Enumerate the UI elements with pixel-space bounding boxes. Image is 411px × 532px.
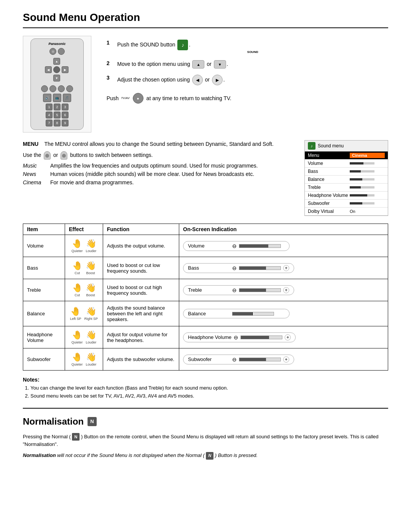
table-row-bass: Bass 🤚 Cut 👋 Boost Used to boost or cut … — [23, 257, 388, 279]
remote-row-3: 🔊 📺 🎵 — [43, 94, 71, 102]
normalisation-inline-icon-2: N — [206, 452, 213, 460]
subwoofer-bar-track — [350, 202, 374, 204]
balance-bar — [350, 178, 380, 181]
label-boost-treble: Boost — [86, 293, 95, 297]
label-quieter-sub: Quieter — [72, 363, 83, 366]
menu-row-item-menu: Menu — [308, 153, 350, 158]
dpad-left: ◀ — [45, 66, 52, 73]
remote-btn-d — [66, 85, 73, 92]
effect-btn-right-sp: 👋 Right SP — [84, 307, 98, 321]
remote-num-6: 6 — [62, 112, 68, 118]
treble-bar — [350, 186, 380, 189]
dpad-down: ▼ — [53, 75, 60, 81]
normalisation-para1: Pressing the Normal ( N ) Button on the … — [23, 433, 388, 449]
normalisation-title-text: Normalisation — [23, 416, 84, 427]
menu-row-val-volume — [350, 162, 385, 165]
ind-bar-track-volume — [239, 244, 281, 248]
ind-minus-bass: ⊖ — [232, 265, 237, 271]
menu-row-val-treble — [350, 186, 385, 189]
label-left-sp: Left SP — [70, 317, 81, 321]
table-row-headphone: HeadphoneVolume 🤚 Quieter 👋 Louder Adjus… — [23, 326, 388, 348]
step-1-text: Push the SOUND button ♪. SOUND — [117, 40, 388, 54]
note-1: You can change the level for each functi… — [30, 384, 388, 392]
menu-row-val-cinema: Cinema — [350, 153, 385, 158]
table-row-volume: Volume 🤚 Quieter 👋 Louder Adjusts the ou… — [23, 235, 388, 257]
indication-box-bass: Bass ⊖ + — [183, 263, 294, 273]
ind-bar-track-balance — [232, 312, 274, 316]
menu-label: MENU — [23, 141, 38, 147]
effect-btn-louder-sub: 👋 Louder — [86, 352, 96, 366]
remote-num-4: 4 — [46, 112, 53, 118]
td-indication-headphone: Headphone Volume ⊖ + — [179, 326, 388, 348]
remote-num-2: 2 — [54, 104, 61, 110]
th-function: Function — [103, 224, 179, 235]
notes-title: Notes: — [23, 377, 388, 383]
remote-btn-b — [49, 85, 56, 92]
label-boost: Boost — [86, 271, 95, 275]
setting-music-name: Music — [23, 163, 46, 169]
menu-row-item-subwoofer: Subwoofer — [308, 201, 350, 206]
menu-row-bass: Bass — [305, 168, 388, 176]
treble-bar-fill — [350, 186, 361, 189]
setting-news: News Human voices (middle pitch sounds) … — [23, 171, 293, 177]
lr-btn-left: ◀ — [192, 75, 203, 85]
th-indication: On-Screen Indication — [179, 224, 388, 235]
ind-bar-fill-headphone — [241, 336, 269, 339]
td-indication-treble: Treble ⊖ + — [179, 279, 388, 301]
td-function-subwoofer: Adjusts the subwoofer volume. — [103, 348, 179, 371]
effect-btns-bass: 🤚 Cut 👋 Boost — [69, 261, 99, 275]
td-effect-bass: 🤚 Cut 👋 Boost — [65, 257, 103, 279]
knob-icon-inline-1 — [44, 151, 51, 160]
remote-btn-e: 🔊 — [43, 94, 51, 102]
menu-use-text: Use the — [23, 152, 41, 158]
top-divider — [23, 27, 388, 28]
setting-music: Music Amplifies the low frequencies and … — [23, 163, 293, 169]
headphone-bar-track — [350, 194, 374, 197]
remote-btn-f: 📺 — [53, 94, 61, 102]
main-table: Item Effect Function On-Screen Indicatio… — [23, 224, 388, 371]
step-1: 1 Push the SOUND button ♪. SOUND — [107, 40, 388, 54]
menu-row-item-headphone: Headphone Volume — [308, 193, 350, 198]
effect-btn-louder-hp: 👋 Louder — [86, 330, 96, 344]
td-function-bass: Used to boost or cut low frequency sound… — [103, 257, 179, 279]
effect-btn-quieter-sub: 🤚 Quieter — [72, 352, 83, 366]
ind-minus-headphone: ⊖ — [234, 334, 238, 340]
menu-row-dolby: Dolby Virtual On — [305, 208, 388, 216]
ind-plus-treble: + — [283, 287, 289, 293]
hand-quieter-hp: 🤚 — [72, 330, 82, 340]
menu-settings-list: Music Amplifies the low frequencies and … — [23, 163, 293, 185]
td-effect-headphone: 🤚 Quieter 👋 Louder — [65, 326, 103, 348]
menu-row-val-headphone — [350, 194, 385, 197]
effect-btn-cut: 🤚 Cut — [72, 261, 83, 275]
effect-btn-louder: 👋 Louder — [86, 239, 96, 253]
onscreen-menu-panel: ♪ Sound menu Menu Cinema Volume Bass — [304, 140, 388, 216]
remote-num-8: 8 — [54, 120, 61, 126]
indication-label-headphone: Headphone Volume — [188, 334, 231, 340]
bass-bar-track — [350, 170, 374, 173]
effect-btns-balance: 🤚 Left SP 👋 Right SP — [69, 307, 99, 321]
effect-btn-quieter: 🤚 Quieter — [72, 239, 83, 253]
label-cut-treble: Cut — [75, 293, 80, 297]
effect-btns-headphone: 🤚 Quieter 👋 Louder — [69, 330, 99, 344]
td-effect-volume: 🤚 Quieter 👋 Louder — [65, 235, 103, 257]
menu-row-volume: Volume — [305, 160, 388, 168]
lr-btn-right: ▶ — [212, 75, 223, 85]
step-3-text: Adjust the chosen option using ◀ or ▶. — [117, 75, 388, 85]
remote-num-9: 9 — [62, 120, 68, 126]
indication-label-treble: Treble — [188, 287, 230, 293]
effect-btn-quieter-hp: 🤚 Quieter — [72, 330, 83, 344]
td-indication-bass: Bass ⊖ + — [179, 257, 388, 279]
headphone-bar — [350, 194, 380, 197]
menu-row-val-balance — [350, 178, 385, 181]
indication-label-bass: Bass — [188, 265, 230, 271]
table-row-balance: Balance 🤚 Left SP 👋 Right SP Adjusts the… — [23, 301, 388, 326]
hand-louder-hp: 👋 — [86, 330, 96, 340]
step-2-text: Move to the option menu using ▲ or ▼. — [117, 60, 388, 69]
notes-section: Notes: You can change the level for each… — [23, 377, 388, 400]
remote-btn-g: 🎵 — [63, 94, 71, 102]
td-item-headphone: HeadphoneVolume — [23, 326, 65, 348]
headphone-bar-fill — [350, 194, 367, 197]
remote-btn-c — [58, 85, 65, 92]
remote-num-1: 1 — [46, 104, 53, 110]
balance-bar-track — [350, 178, 374, 181]
